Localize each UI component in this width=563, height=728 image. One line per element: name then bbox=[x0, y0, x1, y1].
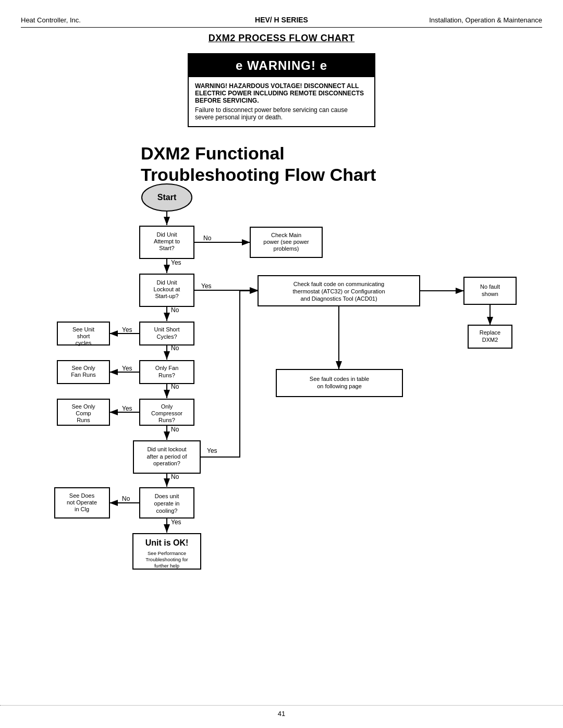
svg-text:Did Unit: Did Unit bbox=[156, 279, 177, 286]
svg-text:Replace: Replace bbox=[480, 329, 500, 336]
svg-text:See Performance: See Performance bbox=[148, 550, 186, 556]
svg-text:operate in: operate in bbox=[154, 500, 180, 507]
warning-body: WARNING! HAZARDOUS VOLTAGE! DISCONNECT A… bbox=[189, 77, 374, 126]
svg-text:Lockout at: Lockout at bbox=[154, 286, 180, 292]
svg-text:Comp: Comp bbox=[76, 410, 91, 416]
header-center: HEV/ H SERIES bbox=[194, 16, 368, 24]
svg-text:Troubleshooting  for: Troubleshooting for bbox=[145, 557, 188, 562]
warning-text: Failure to disconnect power before servi… bbox=[195, 106, 368, 121]
warning-box: e WARNING! e WARNING! HAZARDOUS VOLTAGE!… bbox=[188, 53, 375, 127]
svg-text:Attempt to: Attempt to bbox=[154, 238, 180, 244]
svg-text:on following page: on following page bbox=[317, 383, 362, 389]
svg-text:See  Unit: See Unit bbox=[72, 326, 94, 332]
svg-text:and Diagnostics Tool (ACD01): and Diagnostics Tool (ACD01) bbox=[300, 295, 377, 302]
svg-text:See Does: See Does bbox=[69, 492, 95, 499]
svg-text:Yes: Yes bbox=[201, 282, 212, 290]
svg-text:Start-up?: Start-up? bbox=[155, 293, 178, 299]
svg-text:Start?: Start? bbox=[159, 245, 174, 251]
svg-text:cooling?: cooling? bbox=[156, 508, 178, 514]
svg-text:shown: shown bbox=[482, 291, 498, 297]
header-left: Heat Controller, Inc. bbox=[21, 16, 194, 24]
svg-text:Yes: Yes bbox=[122, 405, 132, 412]
svg-text:Does unit: Does unit bbox=[155, 493, 179, 499]
flowchart-area: DXM2 Functional Troubleshooting Flow Cha… bbox=[26, 143, 537, 581]
header: Heat Controller, Inc. HEV/ H SERIES Inst… bbox=[21, 16, 542, 28]
svg-text:Yes: Yes bbox=[122, 326, 132, 334]
svg-text:Cycles?: Cycles? bbox=[156, 334, 177, 340]
svg-text:problems): problems) bbox=[274, 245, 299, 252]
svg-text:operation?: operation? bbox=[153, 460, 180, 466]
svg-text:Yes: Yes bbox=[171, 259, 181, 266]
svg-text:See fault codes in table: See fault codes in table bbox=[310, 376, 369, 382]
svg-text:No: No bbox=[122, 495, 130, 502]
svg-text:further help: further help bbox=[154, 563, 179, 569]
svg-text:Only: Only bbox=[161, 403, 173, 410]
svg-text:Unit Short: Unit Short bbox=[154, 326, 180, 332]
svg-text:Check fault code on communicat: Check fault code on communicating bbox=[293, 281, 384, 287]
svg-text:Start: Start bbox=[157, 193, 177, 202]
svg-text:not Operate: not Operate bbox=[67, 499, 97, 505]
footer: 41 bbox=[0, 705, 563, 718]
svg-text:cycles: cycles bbox=[76, 340, 92, 346]
svg-text:Yes: Yes bbox=[171, 519, 181, 526]
page-number: 41 bbox=[278, 710, 285, 718]
svg-text:in Clg: in Clg bbox=[75, 506, 89, 512]
svg-text:Unit is OK!: Unit is OK! bbox=[145, 538, 189, 547]
svg-text:See  Only: See Only bbox=[71, 403, 95, 410]
svg-text:Check Main: Check Main bbox=[271, 232, 301, 238]
svg-text:Did unit lockout: Did unit lockout bbox=[147, 446, 186, 452]
svg-text:No: No bbox=[203, 235, 212, 242]
svg-text:See  Only: See Only bbox=[71, 365, 95, 371]
svg-text:No: No bbox=[171, 426, 179, 433]
svg-text:No: No bbox=[171, 383, 179, 390]
svg-text:after a period of: after a period of bbox=[146, 453, 187, 460]
warning-header: e WARNING! e bbox=[189, 54, 374, 77]
svg-text:No fault: No fault bbox=[480, 283, 500, 290]
svg-text:DXM2: DXM2 bbox=[482, 337, 498, 343]
svg-text:Did Unit: Did Unit bbox=[156, 231, 177, 238]
svg-text:thermostat (ATC32) or Configur: thermostat (ATC32) or Configuration bbox=[292, 288, 385, 294]
page: Heat Controller, Inc. HEV/ H SERIES Inst… bbox=[0, 0, 563, 728]
svg-text:Fan Runs: Fan Runs bbox=[71, 372, 96, 378]
svg-text:Runs?: Runs? bbox=[158, 372, 175, 378]
warning-bold: WARNING! HAZARDOUS VOLTAGE! DISCONNECT A… bbox=[195, 82, 368, 104]
svg-text:Only Fan: Only Fan bbox=[155, 365, 179, 371]
svg-text:power (see power: power (see power bbox=[263, 239, 309, 245]
page-title: DXM2 PROCESS FLOW CHART bbox=[21, 33, 542, 44]
svg-text:short: short bbox=[77, 333, 90, 339]
svg-text:Yes: Yes bbox=[122, 365, 132, 372]
svg-text:No: No bbox=[171, 344, 179, 352]
svg-text:Runs?: Runs? bbox=[158, 417, 175, 423]
svg-text:No: No bbox=[171, 473, 179, 480]
header-right: Installation, Operation & Maintenance bbox=[369, 16, 542, 24]
svg-text:Compressor: Compressor bbox=[151, 410, 182, 416]
svg-text:Runs: Runs bbox=[77, 417, 90, 423]
svg-text:No: No bbox=[171, 306, 179, 314]
flowchart-svg: Start Did Unit Attempt to Start? No Chec… bbox=[26, 143, 537, 581]
svg-text:Yes: Yes bbox=[207, 447, 217, 454]
